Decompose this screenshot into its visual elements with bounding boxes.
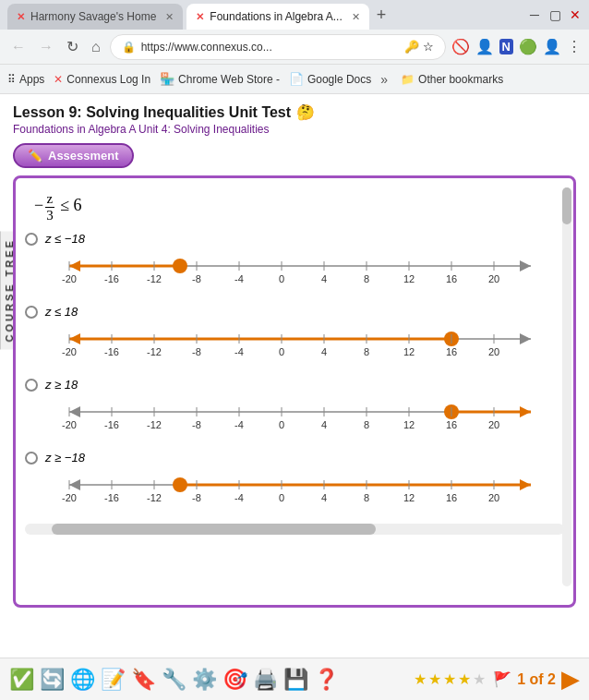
next-page-button[interactable]: ▶ — [561, 665, 580, 694]
svg-text:20: 20 — [488, 492, 499, 503]
assessment-button[interactable]: ✏️ Assessment — [13, 136, 576, 168]
radio-d[interactable] — [25, 452, 38, 465]
svg-marker-15 — [520, 260, 531, 272]
forward-button[interactable]: → — [35, 37, 57, 57]
tab2-close[interactable]: ✕ — [352, 11, 360, 23]
svg-text:16: 16 — [446, 273, 457, 284]
radio-a[interactable] — [25, 233, 38, 246]
svg-marker-42 — [520, 333, 531, 344]
svg-text:16: 16 — [446, 419, 457, 430]
option-c-label[interactable]: z ≥ 18 — [25, 378, 564, 392]
svg-text:-16: -16 — [104, 346, 119, 357]
check-icon[interactable]: ✅ — [9, 668, 34, 692]
target-icon[interactable]: 🎯 — [222, 668, 247, 692]
block-icon: 🚫 — [451, 38, 470, 55]
url-bar[interactable]: 🔒 https://www.connexus.co... 🔑 ☆ — [110, 34, 446, 60]
url-text: https://www.connexus.co... — [141, 41, 272, 54]
svg-text:-12: -12 — [147, 419, 162, 430]
tab1-close[interactable]: ✕ — [165, 11, 174, 23]
lesson-title: Lesson 9: Solving Inequalities Unit Test… — [13, 103, 576, 121]
star-icon[interactable]: ☆ — [423, 40, 434, 54]
svg-text:-4: -4 — [234, 419, 244, 430]
svg-text:4: 4 — [321, 419, 327, 430]
number-line-c-svg: -20 -16 -12 -8 -4 0 4 8 12 16 20 — [51, 395, 549, 436]
print-icon[interactable]: 🖨️ — [253, 668, 278, 692]
tab-foundations-algebra[interactable]: ✕ Foundations in Algebra A... ✕ — [186, 4, 368, 30]
option-b-text: z ≤ 18 — [45, 305, 78, 319]
bookmark-icon[interactable]: 🔖 — [131, 668, 156, 692]
svg-text:8: 8 — [364, 492, 369, 503]
profile-icon[interactable]: 👤 — [543, 38, 561, 55]
lock-icon: 🔒 — [122, 41, 136, 54]
number-line-a: -20 -16 -12 -8 -4 0 4 8 12 16 20 — [51, 249, 564, 290]
tab2-label: Foundations in Algebra A... — [210, 10, 342, 23]
refresh-button[interactable]: ↻ — [63, 36, 82, 57]
tab-harmony-home[interactable]: ✕ Harmony Savage's Home ✕ — [7, 4, 183, 30]
number-line-b: -20 -16 -12 -8 -4 0 4 8 12 16 20 — [51, 322, 564, 363]
question-icon[interactable]: ❓ — [314, 668, 339, 692]
back-button[interactable]: ← — [7, 37, 30, 57]
option-d-label[interactable]: z ≥ −18 — [25, 451, 564, 465]
horizontal-scrollbar-thumb[interactable] — [52, 524, 375, 535]
chrome-store-icon: 🏪 — [160, 72, 174, 86]
home-button[interactable]: ⌂ — [88, 37, 104, 57]
option-a-label[interactable]: z ≤ −18 — [25, 232, 564, 246]
connexus-label: Connexus Log In — [66, 73, 150, 86]
extension-g-icon[interactable]: 🟢 — [519, 38, 537, 55]
svg-text:8: 8 — [364, 273, 369, 284]
math-expression: −z3 ≤ 6 — [34, 191, 564, 223]
svg-marker-29 — [69, 333, 80, 344]
extension-icon1[interactable]: 👤 — [475, 38, 494, 55]
svg-marker-56 — [520, 406, 531, 417]
svg-text:20: 20 — [488, 273, 499, 284]
svg-marker-83 — [520, 479, 531, 490]
option-b: z ≤ 18 — [25, 305, 564, 365]
lesson-subtitle: Foundations in Algebra A Unit 4: Solving… — [13, 123, 576, 136]
svg-text:-4: -4 — [234, 492, 244, 503]
extension-n-icon[interactable]: N — [499, 39, 513, 54]
svg-text:16: 16 — [446, 492, 457, 503]
settings-icon[interactable]: ⚙️ — [192, 668, 217, 692]
bottom-toolbar: ✅ 🔄 🌐 📝 🔖 🔧 ⚙️ 🎯 🖨️ 💾 ❓ ★★★★★ 🚩 1 of 2 ▶ — [0, 658, 589, 700]
notes-icon[interactable]: 📝 — [101, 668, 126, 692]
maximize-button[interactable]: ▢ — [548, 8, 561, 21]
bookmarks-connexus[interactable]: ✕ Connexus Log In — [54, 73, 150, 86]
number-line-b-svg: -20 -16 -12 -8 -4 0 4 8 12 16 20 — [51, 322, 549, 363]
bookmarks-other[interactable]: 📁 Other bookmarks — [401, 73, 503, 86]
svg-text:0: 0 — [279, 346, 284, 357]
svg-text:-8: -8 — [192, 346, 201, 357]
tools-icon[interactable]: 🔧 — [162, 668, 186, 692]
chrome-store-label: Chrome Web Store - — [178, 73, 280, 86]
bookmarks-more-button[interactable]: » — [380, 72, 388, 87]
bookmarks-google-docs[interactable]: 📄 Google Docs — [289, 72, 371, 86]
svg-point-3 — [173, 259, 187, 273]
svg-text:8: 8 — [364, 419, 369, 430]
new-tab-button[interactable]: + — [377, 6, 387, 25]
nav-icon[interactable]: 🔄 — [40, 668, 65, 692]
minimize-button[interactable]: ─ — [528, 8, 541, 21]
svg-text:-8: -8 — [192, 419, 201, 430]
save-icon[interactable]: 💾 — [283, 668, 308, 692]
scrollbar-thumb[interactable] — [562, 187, 571, 224]
svg-text:-12: -12 — [147, 273, 162, 284]
svg-text:12: 12 — [403, 492, 415, 503]
bottom-right-area: ★★★★★ 🚩 1 of 2 ▶ — [414, 665, 580, 694]
radio-c[interactable] — [25, 379, 38, 392]
horizontal-scrollbar[interactable] — [25, 524, 564, 535]
svg-point-84 — [173, 477, 187, 492]
svg-text:-8: -8 — [192, 492, 201, 503]
svg-text:-16: -16 — [104, 419, 119, 430]
chrome-menu-button[interactable]: ⋮ — [567, 38, 582, 55]
close-button[interactable]: ✕ — [569, 8, 582, 21]
bookmarks-chrome-store[interactable]: 🏪 Chrome Web Store - — [160, 72, 280, 86]
option-b-label[interactable]: z ≤ 18 — [25, 305, 564, 319]
bookmarks-apps[interactable]: ⠿ Apps — [7, 73, 44, 86]
connexus-icon: ✕ — [54, 73, 63, 86]
svg-text:4: 4 — [321, 492, 327, 503]
number-line-d: -20 -16 -12 -8 -4 0 4 8 12 16 20 — [51, 468, 564, 509]
option-a-text: z ≤ −18 — [45, 232, 85, 246]
tab-x-icon: ✕ — [17, 11, 25, 23]
svg-text:-20: -20 — [62, 273, 77, 284]
radio-b[interactable] — [25, 306, 38, 319]
help-icon[interactable]: 🌐 — [70, 668, 95, 692]
